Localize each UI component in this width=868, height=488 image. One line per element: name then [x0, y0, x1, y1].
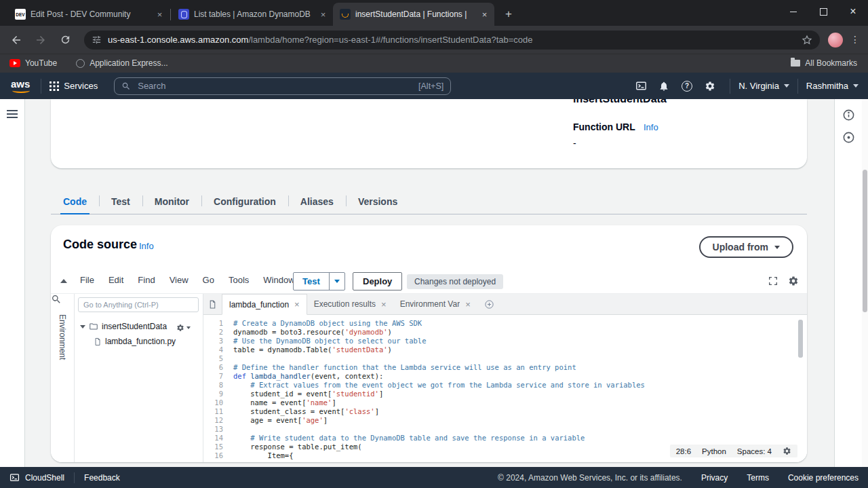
- code-line: student_id = event['studentid']: [233, 390, 807, 398]
- refresh-icon[interactable]: [56, 31, 75, 50]
- profile-avatar[interactable]: [828, 33, 843, 48]
- page-scrollbar-thumb[interactable]: [863, 170, 867, 312]
- cookie-preferences-link[interactable]: Cookie preferences: [788, 473, 859, 483]
- assistant-panel-icon[interactable]: [842, 131, 855, 144]
- bookmark-youtube[interactable]: YouTube: [9, 58, 57, 68]
- python-file-icon: [94, 337, 102, 346]
- menu-file[interactable]: File: [80, 275, 94, 285]
- tab-list-icon[interactable]: [203, 294, 222, 314]
- tab-test[interactable]: Test: [99, 189, 142, 214]
- test-button[interactable]: Test: [294, 273, 329, 290]
- menu-window[interactable]: Window: [263, 275, 294, 285]
- environment-tab[interactable]: Environment: [58, 314, 67, 360]
- console-footer: CloudShell Feedback © 2024, Amazon Web S…: [0, 467, 868, 488]
- settings-gear-icon[interactable]: [698, 76, 722, 96]
- menu-edit[interactable]: Edit: [108, 275, 123, 285]
- hamburger-menu-icon[interactable]: [7, 110, 18, 118]
- minimize-button[interactable]: [778, 0, 808, 23]
- aws-logo[interactable]: aws: [9, 78, 33, 94]
- bookmark-application-express[interactable]: Application Express...: [76, 58, 167, 68]
- line-number: 8: [203, 381, 223, 390]
- fullscreen-icon[interactable]: [768, 276, 778, 286]
- services-menu[interactable]: Services: [50, 81, 98, 91]
- feedback-link[interactable]: Feedback: [84, 473, 120, 483]
- code-source-info-link[interactable]: Info: [139, 241, 154, 251]
- new-editor-tab-icon[interactable]: [484, 294, 494, 314]
- search-icon: [121, 81, 131, 91]
- test-dropdown-button[interactable]: [329, 273, 344, 290]
- console-search[interactable]: [Alt+S]: [114, 77, 451, 95]
- status-gear-icon[interactable]: [783, 447, 791, 455]
- search-input[interactable]: [136, 80, 418, 92]
- tab-close-icon[interactable]: [317, 9, 329, 20]
- all-bookmarks-button[interactable]: All Bookmarks: [791, 58, 857, 68]
- code-line: def lambda_handler(event, context):: [233, 372, 807, 381]
- collapse-panel-icon[interactable]: [60, 279, 67, 283]
- menu-find[interactable]: Find: [138, 275, 155, 285]
- tab-code[interactable]: Code: [51, 189, 99, 214]
- code-line: # Write student data to the DynamoDB tab…: [233, 434, 807, 443]
- maximize-button[interactable]: [808, 0, 838, 23]
- new-tab-button[interactable]: [500, 5, 517, 23]
- tab-close-icon[interactable]: [381, 300, 387, 309]
- code-line: age = event['age']: [233, 416, 807, 425]
- cursor-position[interactable]: 28:6: [676, 447, 691, 455]
- language-mode[interactable]: Python: [702, 447, 726, 455]
- disclosure-caret-icon[interactable]: [80, 325, 85, 329]
- tab-close-icon[interactable]: [479, 9, 490, 20]
- editor-scrollbar-thumb[interactable]: [798, 320, 803, 358]
- tab-versions[interactable]: Versions: [346, 189, 410, 214]
- tab-monitor[interactable]: Monitor: [142, 189, 201, 214]
- address-bar[interactable]: us-east-1.console.aws.amazon.com/lambda/…: [84, 31, 820, 50]
- browser-tab-dev[interactable]: DEV Edit Post - DEV Community: [8, 3, 170, 26]
- code-gutter: 12345678910111213141516: [203, 315, 229, 462]
- tab-close-icon[interactable]: [465, 300, 471, 309]
- chevron-down-icon: [853, 84, 859, 88]
- deploy-button[interactable]: Deploy: [353, 272, 402, 290]
- upload-from-button[interactable]: Upload from: [699, 236, 793, 258]
- tab-configuration[interactable]: Configuration: [201, 189, 288, 214]
- menu-tools[interactable]: Tools: [229, 275, 249, 285]
- editor-search-icon[interactable]: [51, 294, 74, 305]
- info-panel-icon[interactable]: [842, 109, 855, 121]
- editor-settings-gear-icon[interactable]: [788, 276, 799, 286]
- line-number: 2: [203, 328, 223, 337]
- changes-not-deployed-badge: Changes not deployed: [407, 274, 503, 289]
- notifications-bell-icon[interactable]: [652, 76, 675, 96]
- tab-close-icon[interactable]: [294, 300, 300, 309]
- account-menu[interactable]: Rashmitha: [806, 81, 859, 91]
- folder-settings-menu[interactable]: [176, 324, 191, 332]
- browser-tab-lambda-active[interactable]: insertStudentData | Functions |: [333, 3, 494, 26]
- cloudshell-icon[interactable]: [629, 76, 652, 96]
- indent-setting[interactable]: Spaces: 4: [737, 447, 772, 455]
- menu-view[interactable]: View: [170, 275, 189, 285]
- browser-menu-icon[interactable]: ⋮: [849, 38, 861, 41]
- menu-go[interactable]: Go: [203, 275, 214, 285]
- line-number: 1: [203, 319, 223, 328]
- tab-close-icon[interactable]: [154, 9, 165, 20]
- bookmark-star-icon[interactable]: [802, 35, 812, 45]
- code-lines[interactable]: # Create a DynamoDB object using the AWS…: [229, 315, 807, 462]
- site-settings-icon[interactable]: [92, 35, 102, 45]
- browser-tab-dynamodb[interactable]: List tables | Amazon DynamoDB: [172, 3, 333, 26]
- chevron-down-icon: [774, 246, 780, 249]
- region-selector[interactable]: N. Virginia: [738, 81, 789, 91]
- editor-tab-environment-variables[interactable]: Environment Var: [393, 294, 477, 314]
- tab-aliases[interactable]: Aliases: [288, 189, 346, 214]
- tree-file-row[interactable]: lambda_function.py: [94, 337, 176, 346]
- privacy-link[interactable]: Privacy: [701, 473, 728, 483]
- back-icon[interactable]: [7, 31, 26, 50]
- cloudshell-launcher[interactable]: CloudShell: [9, 472, 64, 483]
- terms-link[interactable]: Terms: [747, 473, 769, 483]
- help-icon[interactable]: [675, 76, 698, 96]
- browser-window: DEV Edit Post - DEV Community List table…: [0, 0, 868, 488]
- code-area[interactable]: 12345678910111213141516 # Create a Dynam…: [203, 315, 807, 462]
- goto-anything-input[interactable]: [78, 297, 199, 312]
- function-url-info-link[interactable]: Info: [644, 122, 658, 132]
- tree-folder-row[interactable]: insertStudentData: [80, 322, 167, 331]
- all-bookmarks-label: All Bookmarks: [805, 58, 857, 68]
- close-button[interactable]: [838, 0, 868, 23]
- page-scrollbar[interactable]: [862, 99, 868, 467]
- editor-tab-execution-results[interactable]: Execution results: [307, 294, 393, 314]
- editor-tab-lambda-function[interactable]: lambda_function: [222, 294, 307, 315]
